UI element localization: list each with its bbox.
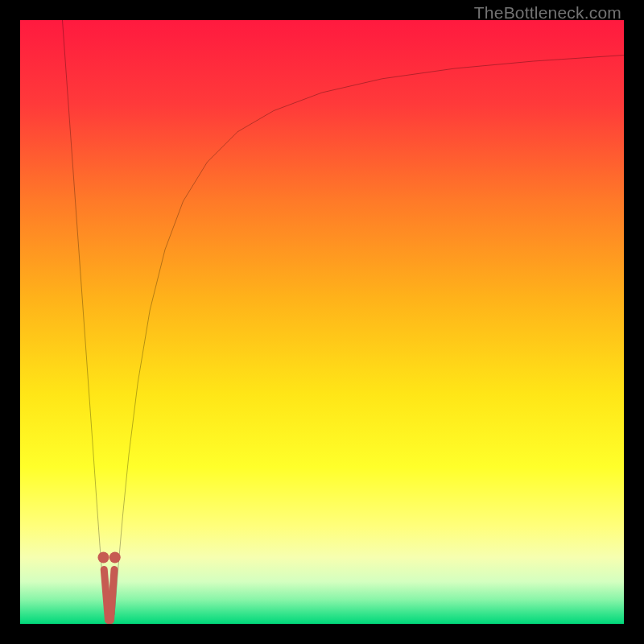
- series-valley-ticks-1: [111, 570, 115, 621]
- curve-layer: [20, 20, 624, 624]
- series-valley-dots-pt1: [109, 552, 121, 564]
- plot-area: [20, 20, 624, 624]
- chart-frame: TheBottleneck.com: [0, 0, 644, 644]
- series-left-branch: [63, 20, 105, 615]
- series-valley-dots-pt0: [98, 552, 109, 564]
- watermark-text: TheBottleneck.com: [474, 3, 621, 23]
- series-right-branch: [114, 56, 624, 615]
